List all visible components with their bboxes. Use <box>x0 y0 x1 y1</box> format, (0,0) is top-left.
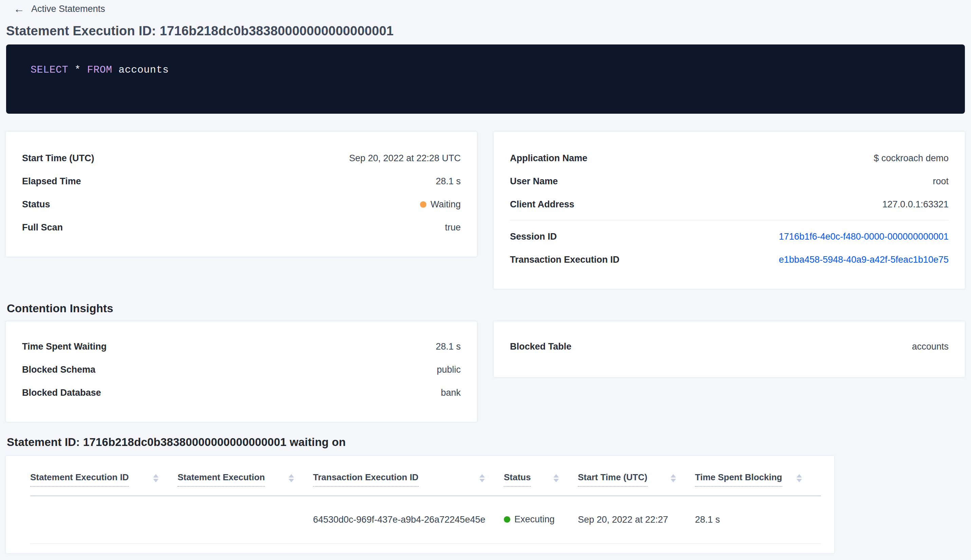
row-blocked-database: Blocked Database bank <box>22 381 461 404</box>
row-application-name: Application Name $ cockroach demo <box>510 147 949 170</box>
start-time-value: Sep 20, 2022 at 22:28 UTC <box>349 153 461 163</box>
row-elapsed-time: Elapsed Time 28.1 s <box>22 170 461 193</box>
contention-cards-row: Time Spent Waiting 28.1 s Blocked Schema… <box>5 321 965 422</box>
statement-execution-detail-page: ← Active Statements Statement Execution … <box>0 0 971 560</box>
waiting-on-table: Statement Execution ID Statement Executi… <box>30 456 821 544</box>
user-name-label: User Name <box>510 176 558 187</box>
overview-card: Start Time (UTC) Sep 20, 2022 at 22:28 U… <box>5 131 477 257</box>
waiting-on-table-card: Statement Execution ID Statement Executi… <box>5 455 834 553</box>
sort-icon[interactable] <box>554 474 559 482</box>
sort-icon[interactable] <box>289 474 294 482</box>
status-badge: Waiting <box>420 199 461 210</box>
summary-cards-row: Start Time (UTC) Sep 20, 2022 at 22:28 U… <box>5 131 965 289</box>
cell-statement-execution-id <box>30 496 178 543</box>
elapsed-time-value: 28.1 s <box>435 176 461 187</box>
back-to-active-statements-link[interactable]: ← Active Statements <box>13 3 105 14</box>
status-value: Executing <box>514 514 555 525</box>
sort-icon[interactable] <box>153 474 158 482</box>
blocked-database-label: Blocked Database <box>22 388 101 398</box>
contention-left-card: Time Spent Waiting 28.1 s Blocked Schema… <box>5 321 477 422</box>
cell-start-time: Sep 20, 2022 at 22:27 <box>578 496 695 543</box>
session-card-divider <box>510 220 949 220</box>
blocked-schema-label: Blocked Schema <box>22 365 95 375</box>
status-badge: Executing <box>504 514 555 525</box>
column-header-status[interactable]: Status <box>504 456 578 496</box>
column-header-statement-execution-id[interactable]: Statement Execution ID <box>30 456 178 496</box>
transaction-execution-id-label: Transaction Execution ID <box>510 255 620 265</box>
full-scan-label: Full Scan <box>22 222 63 233</box>
column-label: Statement Execution <box>178 472 265 487</box>
sql-statement-box: SELECT * FROM accounts <box>6 45 965 114</box>
blocked-table-label: Blocked Table <box>510 342 571 352</box>
start-time-label: Start Time (UTC) <box>22 153 94 163</box>
waiting-status-dot-icon <box>420 201 426 208</box>
session-id-label: Session ID <box>510 232 557 242</box>
elapsed-time-label: Elapsed Time <box>22 176 81 187</box>
time-spent-waiting-label: Time Spent Waiting <box>22 342 107 352</box>
cell-statement-execution <box>178 496 313 543</box>
contention-right-card: Blocked Table accounts <box>493 321 965 377</box>
sql-keyword-from: FROM <box>87 64 112 76</box>
executing-status-dot-icon <box>504 516 510 523</box>
column-header-transaction-execution-id[interactable]: Transaction Execution ID <box>313 456 504 496</box>
time-spent-waiting-value: 28.1 s <box>435 342 461 352</box>
session-card: Application Name $ cockroach demo User N… <box>493 131 965 289</box>
row-status: Status Waiting <box>22 193 461 216</box>
waiting-on-heading: Statement ID: 1716b218dc0b38380000000000… <box>7 436 971 449</box>
row-blocked-table: Blocked Table accounts <box>510 335 949 358</box>
sql-statement-text: SELECT * FROM accounts <box>30 64 169 76</box>
user-name-value: root <box>933 176 949 187</box>
column-header-start-time[interactable]: Start Time (UTC) <box>578 456 695 496</box>
column-label: Status <box>504 472 531 487</box>
row-full-scan: Full Scan true <box>22 216 461 239</box>
sql-star: * <box>75 64 81 76</box>
column-label: Transaction Execution ID <box>313 472 419 487</box>
cell-time-spent-blocking: 28.1 s <box>695 496 821 543</box>
column-header-statement-execution[interactable]: Statement Execution <box>178 456 313 496</box>
row-time-spent-waiting: Time Spent Waiting 28.1 s <box>22 335 461 358</box>
application-name-label: Application Name <box>510 153 587 163</box>
row-user-name: User Name root <box>510 170 949 193</box>
contention-insights-heading: Contention Insights <box>7 302 971 315</box>
arrow-left-icon: ← <box>13 3 25 14</box>
blocked-database-value: bank <box>441 388 461 398</box>
transaction-execution-id-link[interactable]: e1bba458-5948-40a9-a42f-5feac1b10e75 <box>779 255 949 265</box>
table-header-row: Statement Execution ID Statement Executi… <box>30 456 821 496</box>
column-label: Time Spent Blocking <box>695 472 782 487</box>
table-row: 64530d0c-969f-437e-a9b4-26a72245e45e Exe… <box>30 496 821 543</box>
client-address-value: 127.0.0.1:63321 <box>883 199 949 210</box>
column-header-time-spent-blocking[interactable]: Time Spent Blocking <box>695 456 821 496</box>
sql-table-name: accounts <box>118 64 169 76</box>
row-transaction-execution-id: Transaction Execution ID e1bba458-5948-4… <box>510 248 949 271</box>
client-address-label: Client Address <box>510 199 574 210</box>
sql-keyword-select: SELECT <box>30 64 68 76</box>
blocked-schema-value: public <box>437 365 461 375</box>
column-label: Start Time (UTC) <box>578 472 647 487</box>
cell-transaction-execution-id: 64530d0c-969f-437e-a9b4-26a72245e45e <box>313 496 504 543</box>
back-link-label: Active Statements <box>31 4 105 14</box>
application-name-value: $ cockroach demo <box>874 153 949 163</box>
sort-icon[interactable] <box>479 474 485 482</box>
status-value: Waiting <box>430 199 461 210</box>
full-scan-value: true <box>445 222 461 233</box>
row-session-id: Session ID 1716b1f6-4e0c-f480-0000-00000… <box>510 225 949 248</box>
row-blocked-schema: Blocked Schema public <box>22 358 461 381</box>
status-label: Status <box>22 199 50 210</box>
page-title: Statement Execution ID: 1716b218dc0b3838… <box>6 24 971 38</box>
sort-icon[interactable] <box>671 474 676 482</box>
column-label: Statement Execution ID <box>30 472 128 487</box>
row-start-time: Start Time (UTC) Sep 20, 2022 at 22:28 U… <box>22 147 461 170</box>
sort-icon[interactable] <box>796 474 802 482</box>
blocked-table-value: accounts <box>912 342 949 352</box>
row-client-address: Client Address 127.0.0.1:63321 <box>510 193 949 216</box>
cell-status: Executing <box>504 496 578 543</box>
session-id-link[interactable]: 1716b1f6-4e0c-f480-0000-000000000001 <box>779 232 949 242</box>
